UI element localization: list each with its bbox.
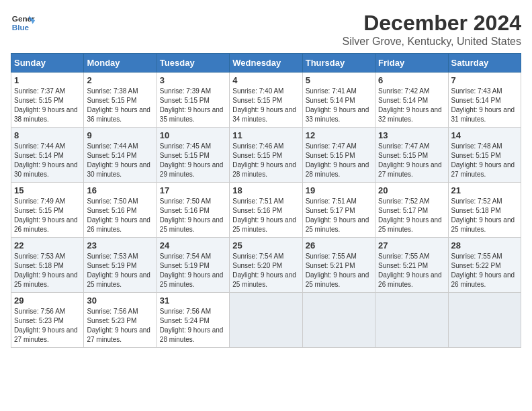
- calendar-week-row: 22Sunrise: 7:53 AMSunset: 5:18 PMDayligh…: [11, 238, 521, 293]
- day-number: 12: [306, 130, 372, 140]
- day-info: Sunrise: 7:55 AMSunset: 5:21 PMDaylight:…: [306, 252, 372, 289]
- day-info: Sunrise: 7:53 AMSunset: 5:19 PMDaylight:…: [87, 252, 153, 289]
- day-number: 29: [14, 295, 81, 306]
- day-number: 21: [451, 185, 518, 195]
- calendar-cell: 17Sunrise: 7:50 AMSunset: 5:16 PMDayligh…: [157, 183, 229, 238]
- day-info: Sunrise: 7:54 AMSunset: 5:20 PMDaylight:…: [232, 252, 299, 289]
- calendar-cell: [230, 293, 302, 348]
- day-info: Sunrise: 7:37 AMSunset: 5:15 PMDaylight:…: [14, 87, 81, 124]
- calendar-cell: 5Sunrise: 7:41 AMSunset: 5:14 PMDaylight…: [302, 73, 375, 128]
- day-info: Sunrise: 7:39 AMSunset: 5:15 PMDaylight:…: [160, 87, 226, 124]
- col-header-sunday: Sunday: [11, 54, 84, 73]
- day-number: 31: [160, 295, 226, 306]
- logo-icon: General Blue: [11, 11, 35, 35]
- day-number: 17: [160, 185, 226, 195]
- calendar-cell: 6Sunrise: 7:42 AMSunset: 5:14 PMDaylight…: [375, 73, 448, 128]
- month-title: December 2024: [343, 11, 521, 36]
- day-info: Sunrise: 7:50 AMSunset: 5:16 PMDaylight:…: [87, 197, 153, 234]
- day-info: Sunrise: 7:44 AMSunset: 5:14 PMDaylight:…: [87, 142, 153, 179]
- day-info: Sunrise: 7:51 AMSunset: 5:16 PMDaylight:…: [232, 197, 299, 234]
- calendar-cell: 7Sunrise: 7:43 AMSunset: 5:14 PMDaylight…: [448, 73, 521, 128]
- day-number: 5: [306, 75, 372, 85]
- day-number: 3: [160, 75, 226, 85]
- calendar-cell: 16Sunrise: 7:50 AMSunset: 5:16 PMDayligh…: [84, 183, 157, 238]
- calendar-header-row: SundayMondayTuesdayWednesdayThursdayFrid…: [11, 54, 521, 73]
- day-info: Sunrise: 7:55 AMSunset: 5:22 PMDaylight:…: [451, 252, 518, 289]
- calendar-week-row: 8Sunrise: 7:44 AMSunset: 5:14 PMDaylight…: [11, 128, 521, 183]
- col-header-friday: Friday: [375, 54, 448, 73]
- calendar-cell: 9Sunrise: 7:44 AMSunset: 5:14 PMDaylight…: [84, 128, 157, 183]
- day-number: 9: [87, 130, 153, 140]
- calendar-cell: 2Sunrise: 7:38 AMSunset: 5:15 PMDaylight…: [84, 73, 157, 128]
- day-info: Sunrise: 7:56 AMSunset: 5:23 PMDaylight:…: [14, 307, 81, 345]
- day-info: Sunrise: 7:49 AMSunset: 5:15 PMDaylight:…: [14, 197, 81, 234]
- day-info: Sunrise: 7:47 AMSunset: 5:15 PMDaylight:…: [306, 142, 372, 179]
- day-number: 13: [378, 130, 445, 140]
- logo: General Blue: [11, 11, 35, 35]
- calendar-cell: 15Sunrise: 7:49 AMSunset: 5:15 PMDayligh…: [11, 183, 84, 238]
- day-info: Sunrise: 7:47 AMSunset: 5:15 PMDaylight:…: [378, 142, 445, 179]
- calendar-week-row: 15Sunrise: 7:49 AMSunset: 5:15 PMDayligh…: [11, 183, 521, 238]
- day-number: 30: [87, 295, 153, 306]
- calendar-cell: 14Sunrise: 7:48 AMSunset: 5:15 PMDayligh…: [448, 128, 521, 183]
- day-info: Sunrise: 7:44 AMSunset: 5:14 PMDaylight:…: [14, 142, 81, 179]
- day-number: 1: [14, 75, 81, 85]
- calendar-cell: [448, 293, 521, 348]
- calendar-cell: 23Sunrise: 7:53 AMSunset: 5:19 PMDayligh…: [84, 238, 157, 293]
- day-info: Sunrise: 7:43 AMSunset: 5:14 PMDaylight:…: [451, 87, 518, 124]
- calendar-cell: [375, 293, 448, 348]
- day-info: Sunrise: 7:56 AMSunset: 5:23 PMDaylight:…: [87, 307, 153, 345]
- day-number: 8: [14, 130, 81, 140]
- location-title: Silver Grove, Kentucky, United States: [343, 36, 521, 48]
- day-number: 14: [451, 130, 518, 140]
- calendar-cell: 8Sunrise: 7:44 AMSunset: 5:14 PMDaylight…: [11, 128, 84, 183]
- calendar-cell: 30Sunrise: 7:56 AMSunset: 5:23 PMDayligh…: [84, 293, 157, 348]
- calendar-cell: 22Sunrise: 7:53 AMSunset: 5:18 PMDayligh…: [11, 238, 84, 293]
- col-header-saturday: Saturday: [448, 54, 521, 73]
- calendar-table: SundayMondayTuesdayWednesdayThursdayFrid…: [11, 53, 521, 348]
- day-info: Sunrise: 7:51 AMSunset: 5:17 PMDaylight:…: [306, 197, 372, 234]
- calendar-cell: 4Sunrise: 7:40 AMSunset: 5:15 PMDaylight…: [230, 73, 302, 128]
- calendar-cell: 12Sunrise: 7:47 AMSunset: 5:15 PMDayligh…: [302, 128, 375, 183]
- day-info: Sunrise: 7:48 AMSunset: 5:15 PMDaylight:…: [451, 142, 518, 179]
- page-header: General Blue December 2024 Silver Grove,…: [11, 11, 521, 48]
- calendar-cell: 1Sunrise: 7:37 AMSunset: 5:15 PMDaylight…: [11, 73, 84, 128]
- day-number: 19: [306, 185, 372, 195]
- day-number: 11: [232, 130, 299, 140]
- col-header-thursday: Thursday: [302, 54, 375, 73]
- calendar-cell: 3Sunrise: 7:39 AMSunset: 5:15 PMDaylight…: [157, 73, 229, 128]
- svg-text:Blue: Blue: [12, 23, 30, 32]
- calendar-cell: 29Sunrise: 7:56 AMSunset: 5:23 PMDayligh…: [11, 293, 84, 348]
- day-info: Sunrise: 7:38 AMSunset: 5:15 PMDaylight:…: [87, 87, 153, 124]
- day-number: 23: [87, 240, 153, 250]
- day-number: 15: [14, 185, 81, 195]
- calendar-cell: 11Sunrise: 7:46 AMSunset: 5:15 PMDayligh…: [230, 128, 302, 183]
- calendar-cell: 24Sunrise: 7:54 AMSunset: 5:19 PMDayligh…: [157, 238, 229, 293]
- day-number: 7: [451, 75, 518, 85]
- day-info: Sunrise: 7:41 AMSunset: 5:14 PMDaylight:…: [306, 87, 372, 124]
- calendar-cell: 26Sunrise: 7:55 AMSunset: 5:21 PMDayligh…: [302, 238, 375, 293]
- day-number: 18: [232, 185, 299, 195]
- day-number: 20: [378, 185, 445, 195]
- col-header-wednesday: Wednesday: [230, 54, 302, 73]
- day-info: Sunrise: 7:50 AMSunset: 5:16 PMDaylight:…: [160, 197, 226, 234]
- calendar-cell: 19Sunrise: 7:51 AMSunset: 5:17 PMDayligh…: [302, 183, 375, 238]
- day-info: Sunrise: 7:56 AMSunset: 5:24 PMDaylight:…: [160, 307, 226, 345]
- day-info: Sunrise: 7:55 AMSunset: 5:21 PMDaylight:…: [378, 252, 445, 289]
- calendar-cell: 10Sunrise: 7:45 AMSunset: 5:15 PMDayligh…: [157, 128, 229, 183]
- calendar-cell: 21Sunrise: 7:52 AMSunset: 5:18 PMDayligh…: [448, 183, 521, 238]
- day-info: Sunrise: 7:40 AMSunset: 5:15 PMDaylight:…: [232, 87, 299, 124]
- calendar-cell: [302, 293, 375, 348]
- day-info: Sunrise: 7:54 AMSunset: 5:19 PMDaylight:…: [160, 252, 226, 289]
- calendar-cell: 13Sunrise: 7:47 AMSunset: 5:15 PMDayligh…: [375, 128, 448, 183]
- calendar-cell: 18Sunrise: 7:51 AMSunset: 5:16 PMDayligh…: [230, 183, 302, 238]
- day-info: Sunrise: 7:52 AMSunset: 5:17 PMDaylight:…: [378, 197, 445, 234]
- day-number: 28: [451, 240, 518, 250]
- day-number: 24: [160, 240, 226, 250]
- calendar-week-row: 1Sunrise: 7:37 AMSunset: 5:15 PMDaylight…: [11, 73, 521, 128]
- day-info: Sunrise: 7:53 AMSunset: 5:18 PMDaylight:…: [14, 252, 81, 289]
- day-info: Sunrise: 7:42 AMSunset: 5:14 PMDaylight:…: [378, 87, 445, 124]
- calendar-cell: 27Sunrise: 7:55 AMSunset: 5:21 PMDayligh…: [375, 238, 448, 293]
- day-number: 16: [87, 185, 153, 195]
- calendar-cell: 20Sunrise: 7:52 AMSunset: 5:17 PMDayligh…: [375, 183, 448, 238]
